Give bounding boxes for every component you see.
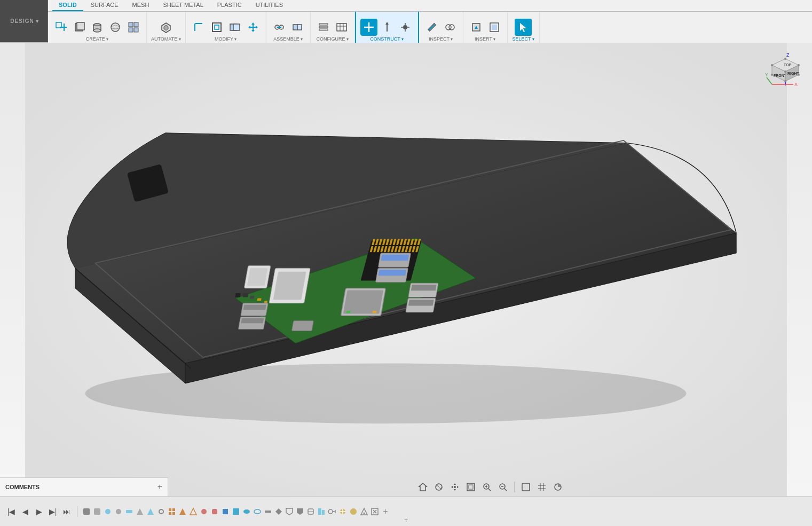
tl-feature-20[interactable] (285, 507, 294, 516)
svg-rect-148 (172, 508, 175, 511)
tl-feature-17[interactable] (253, 507, 262, 516)
tl-feature-24[interactable] (327, 507, 337, 516)
design-button[interactable]: DESIGN ▾ (0, 0, 48, 42)
svg-marker-33 (385, 22, 389, 25)
tl-feature-22[interactable] (306, 507, 316, 516)
tl-feature-27[interactable] (359, 507, 369, 516)
tl-feature-26[interactable] (349, 507, 358, 516)
timeline-first-icon[interactable]: |◀ (5, 506, 17, 517)
pan-icon[interactable] (448, 480, 462, 494)
tl-feature-6[interactable] (135, 507, 145, 516)
create-pattern-icon[interactable] (125, 19, 142, 36)
tl-feature-21[interactable] (295, 507, 305, 516)
grid-icon[interactable] (535, 480, 549, 494)
automate-icon[interactable] (157, 19, 175, 36)
modify-group: MODIFY ▾ (186, 12, 266, 43)
svg-rect-86 (257, 298, 261, 301)
tl-feature-2[interactable] (92, 507, 102, 516)
tab-surface[interactable]: SURFACE (84, 0, 125, 11)
assemble-joint-icon[interactable] (271, 19, 288, 36)
tl-feature-10[interactable] (178, 507, 187, 516)
tl-feature-19[interactable] (274, 507, 283, 516)
svg-line-128 (488, 489, 491, 491)
configure-table-icon[interactable] (333, 19, 350, 36)
tab-solid[interactable]: SOLID (52, 0, 83, 11)
create-new-component-icon[interactable] (52, 19, 69, 36)
select-tool-icon[interactable] (515, 19, 532, 36)
home-view-icon[interactable] (416, 480, 430, 494)
visual-style-icon[interactable] (551, 480, 565, 494)
timeline-prev-icon[interactable]: ◀ (19, 506, 31, 517)
inspect-interference-icon[interactable] (442, 19, 459, 36)
automate-label: AUTOMATE ▾ (151, 36, 181, 42)
create-cylinder-icon[interactable] (89, 19, 106, 36)
comments-add-button[interactable]: + (157, 482, 162, 492)
svg-rect-124 (469, 485, 473, 489)
svg-rect-15 (215, 25, 219, 29)
svg-rect-87 (264, 301, 267, 303)
insert-canvas-icon[interactable] (486, 19, 503, 36)
svg-text:TOP: TOP (784, 63, 792, 67)
zoom-in-icon[interactable] (480, 480, 494, 494)
svg-rect-104 (291, 321, 313, 331)
construct-plane-icon[interactable] (360, 19, 377, 36)
timeline-next-icon[interactable]: ▶| (47, 506, 59, 517)
svg-rect-101 (411, 285, 437, 291)
status-bar: |◀ ◀ ▶ ▶| ⏭ (0, 496, 812, 526)
configure-params-icon[interactable] (315, 19, 332, 36)
zoom-out-icon[interactable] (496, 480, 510, 494)
tab-mesh[interactable]: MESH (126, 0, 156, 11)
toolbar-body: CREATE ▾ AUTOMATE ▾ (48, 12, 812, 43)
svg-point-162 (328, 509, 333, 514)
tab-plastic[interactable]: PLASTIC (211, 0, 248, 11)
tl-feature-4[interactable] (114, 507, 123, 516)
tl-feature-1[interactable] (82, 507, 91, 516)
insert-decal-icon[interactable] (468, 19, 485, 36)
svg-marker-145 (147, 508, 154, 515)
timeline-play-icon[interactable]: ▶ (33, 506, 45, 517)
timeline-last-icon[interactable]: ⏭ (61, 506, 73, 517)
bottom-center-icon[interactable]: + (400, 514, 412, 526)
tl-feature-7[interactable] (146, 507, 155, 516)
tab-sheet-metal[interactable]: SHEET METAL (156, 0, 209, 11)
tl-feature-23[interactable] (317, 507, 326, 516)
assemble-as-built-icon[interactable] (289, 19, 306, 36)
modify-move-icon[interactable] (245, 19, 262, 36)
tl-feature-8[interactable] (156, 507, 166, 516)
modify-shell-icon[interactable] (208, 19, 225, 36)
tl-feature-5[interactable] (124, 507, 134, 516)
tab-utilities[interactable]: UTILITIES (249, 0, 289, 11)
create-label: CREATE ▾ (86, 36, 108, 42)
svg-point-142 (116, 509, 121, 514)
display-mode-icon[interactable] (519, 480, 533, 494)
zoom-extents-icon[interactable] (464, 480, 478, 494)
tl-feature-25[interactable] (338, 507, 348, 516)
svg-rect-154 (233, 508, 239, 515)
viewport[interactable] (0, 43, 812, 496)
construct-axis-icon[interactable] (379, 19, 396, 36)
comments-panel: COMMENTS + (0, 477, 168, 496)
create-box-icon[interactable] (70, 19, 88, 36)
tl-feature-9[interactable] (167, 507, 177, 516)
tl-feature-15[interactable] (231, 507, 241, 516)
tl-feature-28[interactable] (370, 507, 380, 516)
svg-point-8 (111, 23, 120, 32)
create-sphere-icon[interactable] (107, 19, 124, 36)
tl-feature-16[interactable] (242, 507, 251, 516)
tl-feature-14[interactable] (220, 507, 230, 516)
modify-combine-icon[interactable] (226, 19, 243, 36)
modify-fillet-icon[interactable] (190, 19, 207, 36)
view-cube[interactable]: Z TOP FRONT RIGHT X Y (764, 48, 807, 91)
tl-add-icon[interactable]: + (381, 507, 390, 516)
svg-rect-14 (212, 23, 221, 32)
tl-feature-3[interactable] (103, 507, 113, 516)
svg-rect-149 (169, 512, 171, 515)
construct-point-icon[interactable] (397, 19, 414, 36)
tl-feature-13[interactable] (210, 507, 219, 516)
tl-feature-18[interactable] (263, 507, 273, 516)
tl-feature-12[interactable] (199, 507, 209, 516)
orbit-icon[interactable] (432, 480, 446, 494)
tl-feature-11[interactable] (188, 507, 198, 516)
inspect-measure-icon[interactable] (423, 19, 440, 36)
svg-point-156 (254, 509, 261, 514)
